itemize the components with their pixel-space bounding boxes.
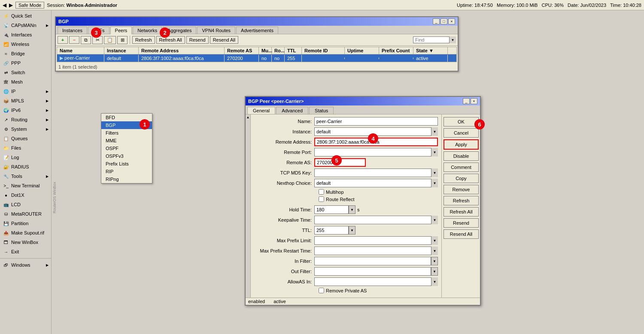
peer-tab-advanced[interactable]: Advanced <box>276 107 308 114</box>
sidebar-item-quick-set[interactable]: ⚡ Quick Set <box>0 11 51 21</box>
context-item-ripng[interactable]: RIPng <box>101 175 152 183</box>
tab-vpn4routes[interactable]: VPN4 Routes <box>197 27 235 34</box>
sidebar-item-system[interactable]: ⚙ System ▶ <box>0 124 51 134</box>
bgp-maximize-button[interactable]: □ <box>440 18 447 24</box>
refresh-all-button-dialog[interactable]: Refresh All <box>444 207 479 217</box>
copy-button[interactable]: ⧉ <box>81 36 91 44</box>
sidebar-item-wireless[interactable]: 📶 Wireless <box>0 39 51 49</box>
tab-vrfs[interactable]: VRFs <box>88 27 109 34</box>
hold-time-input[interactable] <box>314 205 349 214</box>
sidebar-item-metarouter[interactable]: ⛁ MetaROUTER <box>0 209 51 219</box>
context-item-ospfv3[interactable]: OSPFv3 <box>101 152 152 160</box>
peer-dialog-title-bar[interactable]: BGP Peer <peer-Carrier> _ × <box>246 97 480 105</box>
sidebar-item-ip[interactable]: 🌐 IP ▶ <box>0 87 51 96</box>
safe-mode-button[interactable]: Safe Mode <box>15 2 44 9</box>
sidebar-item-queues[interactable]: 📋 Queues <box>0 134 51 143</box>
nav-back-icon[interactable]: ◀ <box>3 2 6 8</box>
route-reflect-checkbox[interactable] <box>319 196 324 202</box>
peer-tab-general[interactable]: General <box>247 107 275 114</box>
context-item-mme[interactable]: MME <box>101 137 152 144</box>
allowas-in-select[interactable] <box>314 277 438 286</box>
sidebar-item-dot1x[interactable]: ● Dot1X <box>0 190 51 200</box>
sidebar-item-ppp[interactable]: 🔗 PPP <box>0 58 51 68</box>
find-dropdown-btn[interactable]: ▼ <box>449 36 456 43</box>
name-input[interactable] <box>314 117 438 126</box>
out-filter-input[interactable] <box>314 267 431 276</box>
nav-forward-icon[interactable]: ▶ <box>9 2 13 8</box>
sidebar-item-mesh[interactable]: 🕸 Mesh <box>0 77 51 87</box>
remove-private-as-checkbox[interactable] <box>319 288 324 293</box>
context-item-bfd[interactable]: BFD <box>101 114 152 121</box>
cancel-button[interactable]: Cancel <box>444 128 479 138</box>
context-item-filters[interactable]: Filters <box>101 129 152 137</box>
remove-button-dialog[interactable]: Remove <box>444 185 479 194</box>
context-item-prefix-lists[interactable]: Prefix Lists <box>101 160 152 168</box>
tcp-md5-select[interactable] <box>314 169 438 177</box>
cut-button[interactable]: ✂ <box>92 36 103 44</box>
resend-all-button-dialog[interactable]: Resend All <box>444 229 479 239</box>
refresh-all-button[interactable]: Refresh All <box>156 36 185 44</box>
sidebar-item-interfaces[interactable]: 🔌 Interfaces <box>0 30 51 39</box>
ttl-arrow[interactable]: ▼ <box>349 226 355 235</box>
sidebar-item-new-terminal[interactable]: >_ New Terminal <box>0 181 51 190</box>
remove-button[interactable]: − <box>69 36 79 44</box>
bgp-minimize-button[interactable]: _ <box>433 18 440 24</box>
context-item-rip[interactable]: RIP <box>101 168 152 175</box>
paste-button[interactable]: 📋 <box>104 36 116 44</box>
sidebar-item-bridge[interactable]: ≈ Bridge <box>0 49 51 58</box>
filter-button[interactable]: ⊞ <box>117 36 128 44</box>
add-button[interactable]: + <box>58 36 68 44</box>
refresh-button-dialog[interactable]: Refresh <box>444 196 479 205</box>
table-row[interactable]: ▶peer-Carrier default 2806:3f7:1002:aaaa… <box>57 54 456 62</box>
sidebar-item-mpls[interactable]: 📦 MPLS ▶ <box>0 96 51 105</box>
peer-dialog-close[interactable]: × <box>471 98 477 104</box>
ok-button[interactable]: OK <box>444 117 479 126</box>
tab-instances[interactable]: Instances <box>58 27 87 34</box>
resend-button-dialog[interactable]: Resend <box>444 218 479 228</box>
apply-button[interactable]: Apply <box>444 139 479 150</box>
copy-button-dialog[interactable]: Copy <box>444 174 479 183</box>
disable-button[interactable]: Disable <box>444 151 479 161</box>
nexthop-select[interactable]: default <box>314 179 438 187</box>
sidebar-item-partition[interactable]: 💾 Partition <box>0 219 51 228</box>
sidebar-item-capsman[interactable]: 📡 CAPsMANn ▶ <box>0 21 51 30</box>
tab-aggregates[interactable]: Aggregates <box>163 27 196 34</box>
sidebar-item-exit[interactable]: → Exit <box>0 247 51 256</box>
resend-all-button[interactable]: Resend All <box>210 36 239 44</box>
peer-dialog-minimize[interactable]: _ <box>463 98 470 104</box>
sidebar-item-files[interactable]: 📁 Files <box>0 143 51 153</box>
sidebar-item-lcd[interactable]: 📺 LCD <box>0 200 51 209</box>
keepalive-select[interactable] <box>314 216 438 224</box>
tab-peers[interactable]: Peers <box>110 27 132 34</box>
remote-address-input[interactable] <box>314 138 438 146</box>
sidebar-item-routing[interactable]: ↗ Routing ▶ <box>0 115 51 124</box>
sidebar-item-radius[interactable]: 🔐 RADIUS <box>0 162 51 172</box>
max-prefix-select[interactable] <box>314 236 438 245</box>
sidebar-item-new-winbox[interactable]: 🗖 New WinBox <box>0 238 51 247</box>
out-filter-arrow[interactable]: ▼ <box>431 267 438 276</box>
in-filter-arrow[interactable]: ▼ <box>431 257 438 265</box>
context-item-ospf[interactable]: OSPF <box>101 144 152 152</box>
comment-button[interactable]: Comment <box>444 162 479 172</box>
multihop-checkbox[interactable] <box>319 189 324 195</box>
remote-as-input[interactable] <box>314 158 366 167</box>
max-prefix-restart-select[interactable] <box>314 247 438 255</box>
context-item-bgp[interactable]: BGP <box>101 121 152 129</box>
scroll-up[interactable]: ▲ <box>246 114 251 298</box>
sidebar-item-tools[interactable]: 🔧 Tools ▶ <box>0 172 51 181</box>
remote-port-select[interactable] <box>314 148 438 156</box>
bgp-title-bar[interactable]: BGP _ □ × <box>56 17 458 26</box>
tab-networks[interactable]: Networks <box>133 27 162 34</box>
in-filter-input[interactable] <box>314 257 431 265</box>
sidebar-item-make-supout[interactable]: 📤 Make Supout.rif <box>0 228 51 238</box>
refresh-button[interactable]: Refresh <box>132 36 155 44</box>
sidebar-item-ipv6[interactable]: 🌍 IPv6 ▶ <box>0 105 51 115</box>
sidebar-item-log[interactable]: 📝 Log <box>0 153 51 162</box>
hold-time-arrow[interactable]: ▼ <box>349 205 355 214</box>
bgp-close-button[interactable]: × <box>448 18 455 24</box>
sidebar-item-windows[interactable]: 🗗 Windows ▶ <box>0 260 51 270</box>
tab-advertisements[interactable]: Advertisements <box>236 27 278 34</box>
ttl-input[interactable] <box>314 226 349 235</box>
peer-tab-status[interactable]: Status <box>309 107 334 114</box>
sidebar-item-switch[interactable]: ⇄ Switch <box>0 68 51 77</box>
